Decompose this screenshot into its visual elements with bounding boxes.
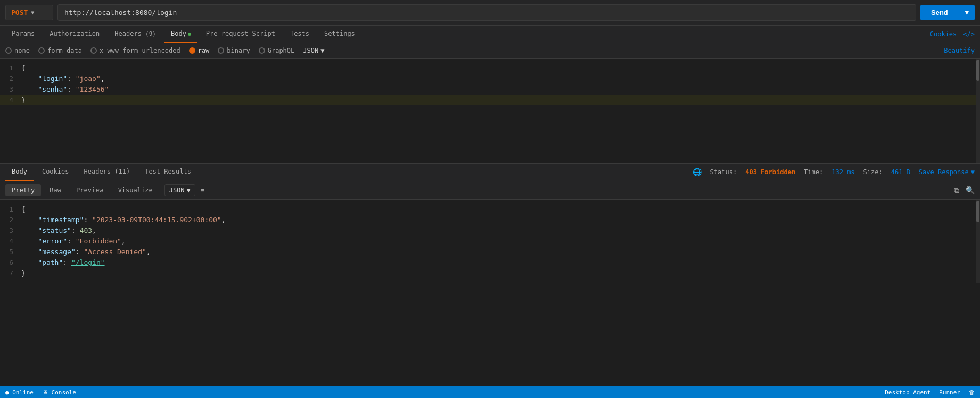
fmt-pretty-button[interactable]: Pretty [5, 184, 41, 196]
radio-urlencoded-icon [90, 47, 97, 54]
resp-line-4: 4 "error": "Forbidden", [0, 236, 980, 247]
radio-form-data-icon [38, 47, 45, 54]
body-type-graphql[interactable]: GraphQL [259, 47, 295, 54]
json-chevron-icon: ▼ [320, 47, 324, 54]
radio-graphql-icon [259, 47, 265, 54]
tab-body[interactable]: Body [164, 26, 197, 43]
response-time: 132 ms [831, 168, 854, 176]
cookies-link[interactable]: Cookies [930, 30, 957, 38]
send-dropdown-button[interactable]: ▼ [959, 5, 975, 20]
json-format-select[interactable]: JSON ▼ [303, 47, 324, 54]
request-tabs: Params Authorization Headers (9) Body Pr… [0, 26, 980, 43]
tab-tests[interactable]: Tests [284, 26, 316, 43]
resp-line-7: 7 } [0, 268, 980, 279]
response-status-bar: 🌐 Status: 403 Forbidden Time: 132 ms Siz… [693, 168, 975, 176]
resp-right-icons: ⧉ 🔍 [954, 186, 975, 195]
fmt-raw-button[interactable]: Raw [43, 184, 68, 196]
send-group: Send ▼ [920, 5, 975, 20]
resp-editor-scrollbar[interactable] [976, 200, 980, 283]
save-response-button[interactable]: Save Response ▼ [919, 168, 975, 176]
fmt-visualize-button[interactable]: Visualize [112, 184, 159, 196]
resp-line-2: 2 "timestamp": "2023-03-09T00:44:15.902+… [0, 215, 980, 225]
response-header: Body Cookies Headers (11) Test Results 🌐… [0, 163, 980, 181]
req-line-3: 3 "senha": "123456" [0, 84, 980, 95]
fmt-preview-button[interactable]: Preview [70, 184, 110, 196]
resp-scrollbar-thumb [976, 201, 979, 222]
req-editor-scrollbar[interactable] [976, 59, 980, 163]
radio-binary-icon [218, 47, 224, 54]
online-status: ● Online [5, 389, 34, 396]
body-type-raw[interactable]: raw [189, 47, 210, 54]
top-bar: POST ▼ Send ▼ [0, 0, 980, 26]
save-chevron-icon: ▼ [971, 168, 975, 176]
filter-icon[interactable]: ≡ [201, 186, 205, 194]
body-type-form-data[interactable]: form-data [38, 47, 82, 54]
response-size: 461 B [891, 168, 910, 176]
resp-json-format-select[interactable]: JSON ▼ [164, 184, 195, 196]
copy-icon[interactable]: ⧉ [954, 186, 959, 195]
globe-icon: 🌐 [693, 168, 702, 176]
tab-right-actions: Cookies </> [930, 30, 975, 38]
status-code: 403 Forbidden [745, 168, 795, 176]
body-type-none[interactable]: none [5, 47, 30, 54]
method-select[interactable]: POST ▼ [5, 5, 53, 20]
method-label: POST [11, 9, 28, 17]
tab-authorization[interactable]: Authorization [43, 26, 106, 43]
tab-params[interactable]: Params [5, 26, 41, 43]
req-line-4: 4 } [0, 95, 980, 105]
tab-settings[interactable]: Settings [318, 26, 361, 43]
bottom-bar: ● Online 🖥 Console Desktop Agent Runner … [0, 386, 980, 398]
console-link[interactable]: 🖥 Console [42, 389, 76, 396]
resp-tab-body[interactable]: Body [5, 164, 34, 181]
resp-line-5: 5 "message": "Access Denied", [0, 247, 980, 257]
response-body-editor[interactable]: 1 { 2 "timestamp": "2023-03-09T00:44:15.… [0, 200, 980, 283]
req-line-1: 1 { [0, 63, 980, 74]
runner-label: Runner [939, 389, 960, 396]
bottom-bar-right: Desktop Agent Runner 🗑 [885, 389, 975, 396]
trash-icon[interactable]: 🗑 [969, 389, 975, 396]
desktop-agent-label: Desktop Agent [885, 389, 930, 396]
resp-tab-cookies[interactable]: Cookies [36, 164, 76, 181]
response-tabs: Body Cookies Headers (11) Test Results [5, 164, 197, 181]
resp-json-chevron-icon: ▼ [187, 186, 191, 194]
method-chevron-icon: ▼ [31, 10, 34, 15]
send-button[interactable]: Send [920, 5, 959, 20]
resp-tab-test-results[interactable]: Test Results [138, 164, 197, 181]
radio-none-icon [5, 47, 12, 54]
search-icon[interactable]: 🔍 [966, 186, 975, 194]
resp-line-1: 1 { [0, 204, 980, 215]
req-line-2: 2 "login": "joao", [0, 74, 980, 84]
request-body-editor[interactable]: 1 { 2 "login": "joao", 3 "senha": "12345… [0, 59, 980, 163]
body-type-row: none form-data x-www-form-urlencoded raw… [0, 43, 980, 59]
body-type-binary[interactable]: binary [218, 47, 250, 54]
tab-headers[interactable]: Headers (9) [108, 26, 162, 43]
radio-raw-icon [189, 47, 195, 54]
beautify-button[interactable]: Beautify [944, 47, 975, 54]
response-format-row: Pretty Raw Preview Visualize JSON ▼ ≡ ⧉ … [0, 181, 980, 200]
req-scrollbar-thumb [976, 60, 979, 81]
body-type-urlencoded[interactable]: x-www-form-urlencoded [90, 47, 180, 54]
resp-line-6: 6 "path": "/login" [0, 257, 980, 268]
resp-line-3: 3 "status": 403, [0, 225, 980, 236]
response-area: Body Cookies Headers (11) Test Results 🌐… [0, 163, 980, 283]
resp-tab-headers[interactable]: Headers (11) [77, 164, 136, 181]
url-input[interactable] [57, 4, 916, 21]
code-link[interactable]: </> [963, 30, 975, 38]
tab-pre-request-script[interactable]: Pre-request Script [200, 26, 282, 43]
